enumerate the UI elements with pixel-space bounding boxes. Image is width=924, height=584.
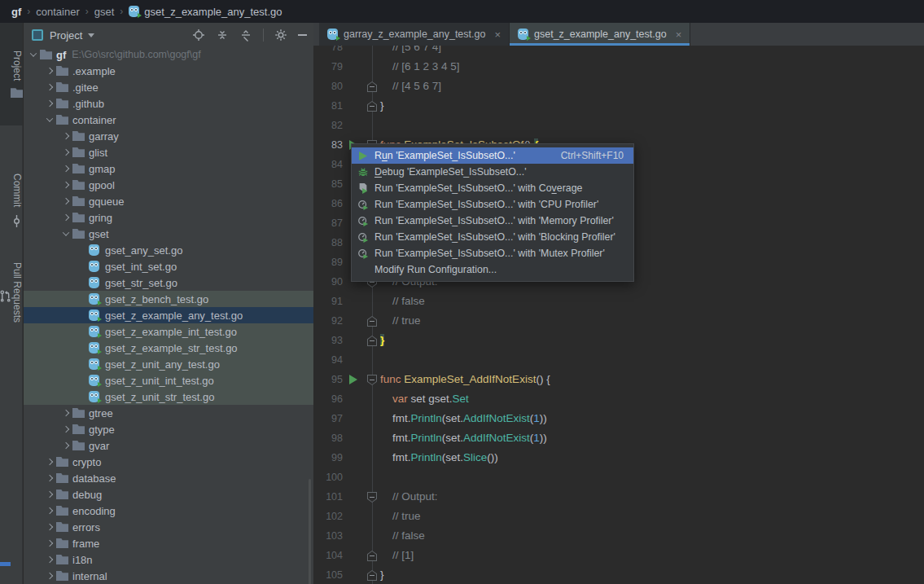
- tree-item-gset-any-set-go[interactable]: gset_any_set.go: [24, 242, 313, 258]
- tree-item-database[interactable]: database: [24, 470, 313, 486]
- tree-item-gset-str-set-go[interactable]: gset_str_set.go: [24, 274, 313, 291]
- code-line-91[interactable]: // false: [380, 292, 425, 311]
- editor-tab-gset-z-example-any-test-go[interactable]: gset_z_example_any_test.go×: [510, 23, 690, 46]
- tree-item-errors[interactable]: errors: [24, 519, 313, 535]
- tree-item-internal[interactable]: internal: [24, 568, 313, 584]
- fold-marker[interactable]: [367, 570, 377, 581]
- project-panel-title[interactable]: Project: [50, 29, 82, 42]
- tree-item-garray[interactable]: garray: [24, 128, 313, 144]
- stripe-tab-commit[interactable]: Commit: [0, 161, 23, 239]
- chevron-right-icon[interactable]: [59, 199, 72, 204]
- chevron-right-icon[interactable]: [43, 541, 56, 546]
- code-line-93[interactable]: }: [380, 331, 384, 350]
- tree-item-gset-z-example-str-test-go[interactable]: gset_z_example_str_test.go: [24, 340, 313, 356]
- fold-marker[interactable]: [367, 336, 377, 346]
- tree-item-glist[interactable]: glist: [24, 144, 313, 160]
- code-line-79[interactable]: // [6 1 2 3 4 5]: [380, 57, 460, 77]
- code-line-95[interactable]: func ExampleSet_AddIfNotExist() {: [380, 370, 550, 389]
- code-line-101[interactable]: // Output:: [380, 487, 438, 507]
- tree-item-i18n[interactable]: i18n: [24, 551, 313, 568]
- chevron-right-icon[interactable]: [43, 508, 56, 513]
- chevron-right-icon[interactable]: [43, 459, 56, 464]
- chevron-down-icon[interactable]: [27, 52, 40, 57]
- gear-icon[interactable]: [274, 29, 287, 42]
- breadcrumb-item[interactable]: gset: [94, 6, 115, 18]
- chevron-right-icon[interactable]: [43, 573, 56, 578]
- close-icon[interactable]: ×: [676, 29, 682, 41]
- tree-item-container[interactable]: container: [24, 112, 313, 128]
- tree-item-frame[interactable]: frame: [24, 535, 313, 551]
- code-line-92[interactable]: // true: [380, 311, 421, 331]
- tree-item-gset-z-unit-any-test-go[interactable]: gset_z_unit_any_test.go: [24, 356, 313, 372]
- chevron-right-icon[interactable]: [59, 427, 72, 432]
- chevron-right-icon[interactable]: [43, 101, 56, 106]
- chevron-right-icon[interactable]: [59, 166, 72, 171]
- tree-item-gmap[interactable]: gmap: [24, 160, 313, 177]
- menu-item-run-with-cpu-profiler[interactable]: Run 'ExampleSet_IsSubsetO...' with 'CPU …: [352, 196, 633, 213]
- chevron-right-icon[interactable]: [59, 134, 72, 138]
- tree-item-gqueue[interactable]: gqueue: [24, 193, 313, 209]
- code-line-99[interactable]: fmt.Println(set.Slice()): [380, 448, 498, 468]
- chevron-right-icon[interactable]: [59, 411, 72, 415]
- code-line-104[interactable]: // [1]: [380, 546, 414, 565]
- menu-item-debug[interactable]: Debug 'ExampleSet_IsSubsetO...': [352, 164, 633, 180]
- chevron-down-icon[interactable]: [43, 117, 56, 122]
- breadcrumb-item[interactable]: gset_z_example_any_test.go: [129, 6, 282, 18]
- chevron-right-icon[interactable]: [59, 150, 72, 155]
- chevron-right-icon[interactable]: [59, 443, 72, 448]
- code-line-80[interactable]: // [4 5 6 7]: [380, 77, 441, 96]
- tree-item-encoding[interactable]: encoding: [24, 503, 313, 519]
- editor-tab-garray-z-example-any-test-go[interactable]: garray_z_example_any_test.go×: [319, 23, 510, 46]
- stripe-tab-pull-requests[interactable]: Pull Requests: [0, 244, 23, 340]
- code-line-81[interactable]: }: [380, 96, 384, 116]
- chevron-right-icon[interactable]: [43, 492, 56, 497]
- menu-item-run-with-memory-profiler[interactable]: Run 'ExampleSet_IsSubsetO...' with 'Memo…: [352, 213, 633, 229]
- menu-item-run-with-mutex-profiler[interactable]: Run 'ExampleSet_IsSubsetO...' with 'Mute…: [352, 245, 633, 261]
- chevron-right-icon[interactable]: [43, 68, 56, 73]
- code-line-105[interactable]: }: [380, 565, 384, 584]
- breadcrumb-item[interactable]: gf: [11, 6, 21, 18]
- chevron-right-icon[interactable]: [59, 215, 72, 220]
- tree-item-gf[interactable]: gfE:\Go\src\github.com\gogf\gf: [24, 46, 313, 63]
- tree-item-gpool[interactable]: gpool: [24, 177, 313, 193]
- expand-all-icon[interactable]: [216, 29, 229, 42]
- code-line-98[interactable]: fmt.Println(set.AddIfNotExist(1)): [380, 428, 547, 448]
- tree-item--github[interactable]: .github: [24, 95, 313, 112]
- chevron-right-icon[interactable]: [59, 182, 72, 187]
- hide-panel-icon[interactable]: [298, 34, 307, 36]
- menu-item-modify-run-configuration[interactable]: Modify Run Configuration...: [352, 261, 633, 278]
- stripe-tab-project[interactable]: Project: [0, 23, 23, 125]
- tree-item--example[interactable]: .example: [24, 63, 313, 79]
- tree-item-gset-z-example-int-test-go[interactable]: gset_z_example_int_test.go: [24, 323, 313, 340]
- code-line-103[interactable]: // false: [380, 526, 425, 546]
- close-icon[interactable]: ×: [494, 29, 501, 41]
- chevron-down-icon[interactable]: [59, 231, 72, 236]
- tree-item-gset-z-example-any-test-go[interactable]: gset_z_example_any_test.go: [24, 307, 313, 323]
- tree-item-gset[interactable]: gset: [24, 226, 313, 242]
- fold-marker[interactable]: [367, 375, 377, 385]
- tree-item-crypto[interactable]: crypto: [24, 454, 313, 470]
- menu-item-run-with-blocking-profiler[interactable]: Run 'ExampleSet_IsSubsetO...' with 'Bloc…: [352, 229, 633, 245]
- tree-item-gtype[interactable]: gtype: [24, 421, 313, 437]
- editor-viewport[interactable]: 78 // [5 6 7 4]79 // [6 1 2 3 4 5]80 // …: [313, 46, 924, 584]
- fold-marker[interactable]: [367, 101, 377, 112]
- chevron-right-icon[interactable]: [43, 476, 56, 481]
- chevron-down-icon[interactable]: [88, 33, 94, 37]
- fold-marker[interactable]: [367, 81, 377, 92]
- collapse-all-icon[interactable]: [239, 29, 252, 42]
- tree-item-gtree[interactable]: gtree: [24, 405, 313, 421]
- tree-item--gitee[interactable]: .gitee: [24, 79, 313, 95]
- chevron-right-icon[interactable]: [43, 557, 56, 562]
- tree-scrollbar[interactable]: [309, 479, 311, 584]
- tree-item-gring[interactable]: gring: [24, 209, 313, 226]
- code-line-78[interactable]: // [5 6 7 4]: [380, 46, 441, 57]
- menu-item-run[interactable]: Run 'ExampleSet_IsSubsetO...'Ctrl+Shift+…: [352, 147, 633, 164]
- run-test-icon[interactable]: [349, 375, 357, 384]
- tree-item-gvar[interactable]: gvar: [24, 437, 313, 454]
- tree-item-gset-z-unit-str-test-go[interactable]: gset_z_unit_str_test.go: [24, 389, 313, 405]
- tree-item-gset-int-set-go[interactable]: gset_int_set.go: [24, 258, 313, 274]
- chevron-right-icon[interactable]: [43, 525, 56, 529]
- chevron-right-icon[interactable]: [43, 85, 56, 90]
- code-line-97[interactable]: fmt.Println(set.AddIfNotExist(1)): [380, 409, 547, 428]
- breadcrumb-item[interactable]: container: [36, 6, 79, 18]
